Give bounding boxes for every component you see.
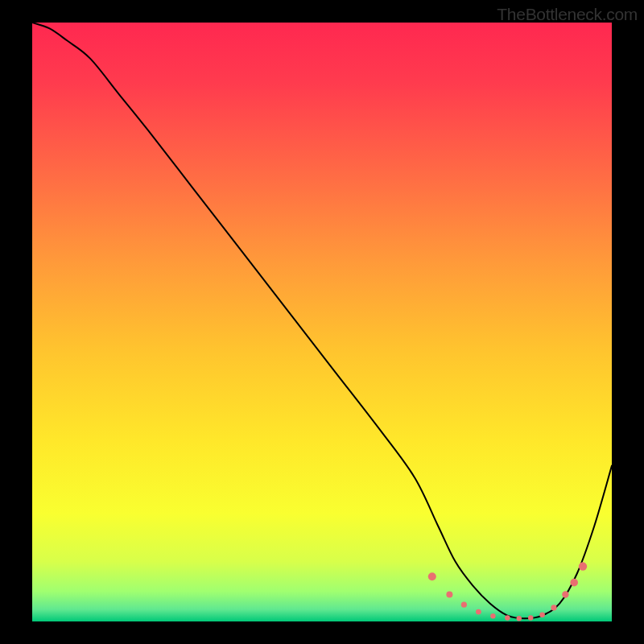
highlight-point: [528, 615, 533, 620]
highlight-point: [539, 613, 545, 618]
plot-area: [32, 23, 612, 621]
chart-svg: [32, 23, 612, 621]
highlight-point: [517, 616, 522, 621]
highlight-point: [476, 609, 481, 615]
highlight-point: [551, 605, 556, 610]
highlight-point: [428, 572, 436, 580]
watermark-label: TheBottleneck.com: [497, 5, 638, 24]
gradient-background: [32, 23, 612, 621]
highlight-point: [562, 591, 568, 597]
highlight-point: [570, 579, 578, 587]
chart-container: TheBottleneck.com: [0, 0, 644, 644]
highlight-point: [490, 613, 495, 618]
highlight-point: [461, 602, 467, 608]
highlight-point: [579, 562, 587, 570]
highlight-point: [505, 615, 510, 620]
highlight-point: [446, 592, 452, 598]
